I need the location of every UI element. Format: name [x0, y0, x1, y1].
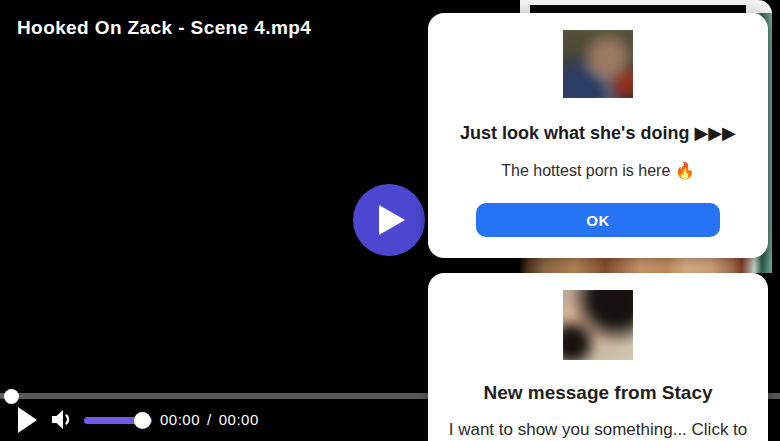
volume-button[interactable]: [48, 406, 75, 433]
video-player[interactable]: Hooked On Zack - Scene 4.mp4 00:00 / 00:…: [0, 0, 780, 441]
sender-thumbnail-image: [563, 290, 633, 360]
message-text: I want to show you something... Click to: [449, 420, 748, 440]
speaker-low-icon: [48, 406, 75, 433]
ad-heading: Just look what she's doing ▶▶▶: [460, 122, 736, 144]
ad-thumbnail[interactable]: [563, 30, 633, 98]
time-display: 00:00 / 00:00: [160, 411, 259, 428]
ad-thumbnail-image: [563, 30, 633, 98]
message-heading: New message from Stacy: [483, 382, 712, 404]
video-title: Hooked On Zack - Scene 4.mp4: [17, 17, 311, 39]
ad-subtext: The hottest porn is here 🔥: [501, 161, 694, 180]
seek-thumb[interactable]: [4, 389, 19, 404]
play-button[interactable]: [18, 407, 37, 433]
duration: 00:00: [219, 411, 259, 428]
current-time: 00:00: [160, 411, 200, 428]
play-icon: [379, 205, 405, 235]
time-separator: /: [207, 411, 212, 428]
big-play-button[interactable]: [353, 184, 425, 256]
ad-popup: Just look what she's doing ▶▶▶ The hotte…: [428, 13, 768, 258]
sender-thumbnail[interactable]: [563, 290, 633, 360]
message-popup[interactable]: New message from Stacy I want to show yo…: [428, 273, 768, 441]
volume-thumb[interactable]: [134, 412, 151, 429]
ok-button[interactable]: OK: [476, 203, 720, 237]
